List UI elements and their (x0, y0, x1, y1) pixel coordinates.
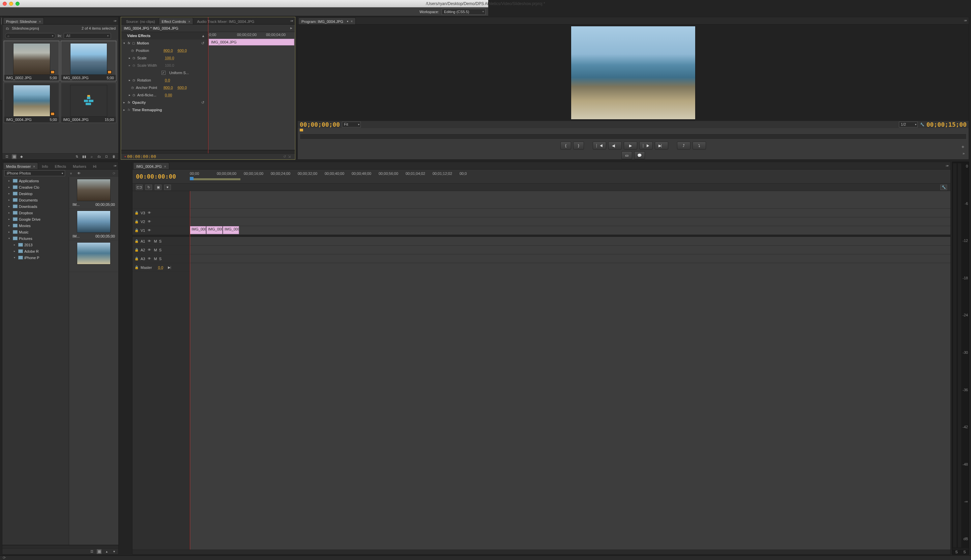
panel-menu-icon[interactable] (114, 164, 116, 167)
media-item-list[interactable]: IM...00;00;05;00 IM...00;00;05;00 (69, 177, 118, 283)
loop-icon[interactable]: ↺ (282, 154, 287, 159)
toggle-output-icon[interactable]: 👁 (147, 228, 152, 233)
program-current-timecode[interactable]: 00;00;00;00 (300, 121, 340, 128)
media-source-select[interactable]: iPhone Photos (4, 170, 65, 176)
uniform-scale-checkbox[interactable]: ✓ (162, 71, 165, 75)
master-track-header[interactable]: 🔒Master 0.0 ▶⎸ (132, 263, 189, 272)
program-scrubber[interactable] (300, 133, 488, 140)
timeline-ruler[interactable]: 00;00 00;00;08;00 00;00;16;00 00;00;24;0… (190, 170, 488, 183)
solo-button[interactable]: S (159, 239, 162, 243)
video-track-header[interactable]: 🔒V2👁 (132, 217, 189, 226)
time-remapping-header[interactable]: ▸fx Time Remapping (121, 106, 208, 113)
stopwatch-icon[interactable]: ◷ (132, 56, 136, 60)
minimize-window-button[interactable] (9, 2, 13, 6)
lock-icon[interactable]: 🔒 (135, 220, 139, 223)
master-volume-value[interactable]: 0.0 (158, 265, 163, 270)
effect-controls-tab[interactable]: Effect Controls× (159, 18, 194, 24)
close-icon[interactable]: × (32, 165, 35, 168)
timeline-track-area[interactable]: IMG_000 IMG_000 IMG_000 (190, 191, 488, 283)
project-sequence[interactable]: IMG_0004.JPG15;00 (61, 83, 116, 123)
toggle-output-icon[interactable]: 👁 (147, 219, 152, 224)
toggle-output-icon[interactable]: 👁 (147, 211, 152, 215)
workspace-select[interactable]: Editing (CS5.5) (442, 9, 486, 15)
sort-icon[interactable]: ⇅ (75, 154, 79, 159)
folder-node[interactable]: ▸Movies (2, 222, 69, 229)
audio-mixer-tab[interactable]: Audio Track Mixer: IMG_0004.JPG (194, 18, 257, 24)
lock-icon[interactable]: 🔒 (135, 257, 139, 260)
zoom-slider-handle[interactable]: ◆ (19, 154, 24, 159)
close-icon[interactable]: × (163, 165, 166, 168)
sequence-tab[interactable]: IMG_0004.JPG× (133, 162, 169, 169)
mute-button[interactable]: M (154, 239, 157, 243)
close-icon[interactable]: × (38, 20, 41, 23)
new-item-icon[interactable]: 🗋 (104, 154, 109, 159)
video-track-header[interactable]: 🔒V3👁 (132, 208, 189, 217)
timeline-clip[interactable]: IMG_000 (206, 226, 222, 234)
stopwatch-icon[interactable]: ◷ (131, 86, 135, 89)
rotation-value[interactable]: 0.0 (165, 78, 170, 82)
project-clip[interactable]: IMG_0004.JPG5;00 (4, 83, 59, 123)
lock-icon[interactable]: 🔒 (135, 265, 139, 269)
anchor-x-value[interactable]: 800.0 (164, 86, 173, 90)
mute-button[interactable]: M (154, 257, 157, 261)
timeline-playhead-marker[interactable] (190, 177, 194, 180)
close-window-button[interactable] (3, 2, 7, 6)
project-clip[interactable]: IMG_0003.JPG5;00 (61, 41, 116, 81)
pin-icon[interactable]: ⇲ (287, 154, 292, 159)
mute-button[interactable]: M (154, 248, 157, 252)
filter-icon[interactable]: ▿ (69, 171, 73, 175)
refresh-icon[interactable]: ⟳ (112, 171, 116, 175)
program-video-area[interactable] (298, 25, 488, 121)
solo-button[interactable]: S (159, 248, 162, 252)
trash-icon[interactable]: 🗑 (112, 154, 116, 159)
effects-tab[interactable]: Effects (52, 162, 69, 169)
project-search-input[interactable]: ⌕ (5, 33, 56, 39)
work-area-bar[interactable] (190, 178, 241, 180)
reset-icon[interactable]: ↺ (201, 41, 204, 45)
automate-icon[interactable]: ▮▮ (82, 154, 87, 159)
effect-timecode[interactable]: 00:00:00:00 (127, 154, 156, 159)
info-tab[interactable]: Info (39, 162, 51, 169)
new-bin-icon[interactable]: 🗀 (97, 154, 102, 159)
folder-node[interactable]: ▸Dropbox (2, 210, 69, 216)
lock-icon[interactable]: 🔒 (135, 248, 139, 252)
source-tab[interactable]: Source: (no clips) (123, 18, 158, 24)
lock-icon[interactable]: 🔒 (135, 211, 139, 215)
list-view-icon[interactable]: ☲ (4, 154, 9, 159)
video-effects-header[interactable]: Video Effects ▴ (121, 32, 208, 39)
stopwatch-icon[interactable]: ◷ (132, 78, 136, 82)
folder-node[interactable]: ▸Applications (2, 178, 69, 184)
panel-menu-icon[interactable] (114, 19, 116, 23)
solo-button[interactable]: S (159, 257, 162, 261)
markers-tab[interactable]: Markers (70, 162, 89, 169)
folder-node[interactable]: ▾iPhone P (2, 254, 69, 261)
scale-value[interactable]: 100.0 (165, 56, 174, 60)
folder-node[interactable]: ▸Desktop (2, 190, 69, 197)
folder-node[interactable]: ▸Adobe R (2, 248, 69, 254)
lock-icon[interactable]: 🔒 (135, 228, 139, 232)
opacity-effect-header[interactable]: ▸fx Opacity ↺ (121, 99, 208, 106)
timeline-playhead-line[interactable] (190, 191, 190, 283)
media-item[interactable]: IM...00;00;05;00 (69, 177, 118, 208)
media-item[interactable] (69, 240, 118, 272)
anchor-y-value[interactable]: 600.0 (178, 86, 187, 90)
folder-node[interactable]: ▸Creative Clo (2, 184, 69, 190)
folder-node[interactable]: ▸Downloads (2, 203, 69, 210)
timeline-timecode[interactable]: 00:00:00:00 (136, 173, 176, 180)
linked-selection-button[interactable]: ↻ (145, 185, 152, 190)
position-y-value[interactable]: 600.0 (178, 48, 187, 53)
motion-effect-header[interactable]: ▾fx▢ Motion ↺ (121, 39, 208, 47)
history-tab[interactable]: Hi (90, 162, 99, 169)
zoom-fit-select[interactable]: Fit (342, 122, 361, 127)
audio-track-header[interactable]: 🔒A1👁MS (132, 237, 189, 246)
toggle-keyframes-icon[interactable]: ▴ (202, 34, 204, 38)
go-to-end-icon[interactable]: ▶⎸ (168, 265, 173, 270)
timeline-clip[interactable]: IMG_000 (223, 226, 239, 234)
program-tab[interactable]: Program: IMG_0004.JPG ▾ × (298, 18, 356, 24)
folder-node[interactable]: ▸Google Drive (2, 216, 69, 222)
lock-icon[interactable]: 🔒 (135, 239, 139, 243)
folder-node[interactable]: ▾Pictures (2, 235, 69, 242)
project-clip[interactable]: IMG_0002.JPG5;00 (4, 41, 59, 81)
find-icon[interactable]: ⌕ (89, 154, 94, 159)
ingest-icon[interactable]: 👁 (77, 171, 81, 175)
